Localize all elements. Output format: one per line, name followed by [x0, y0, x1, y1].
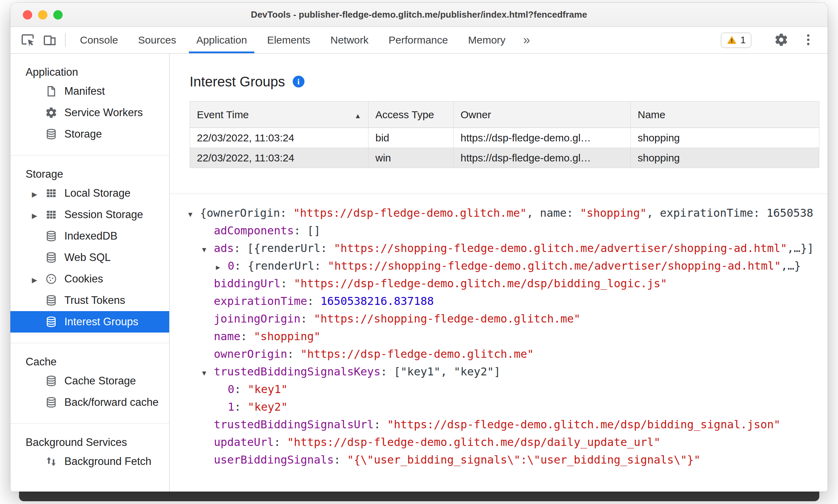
tab-network[interactable]: Network	[320, 27, 379, 53]
sidebar-section-background-services[interactable]: Background Services	[10, 434, 169, 451]
content-area: ApplicationManifestService WorkersStorag…	[10, 54, 828, 492]
device-toolbar-icon	[43, 32, 57, 48]
json-plain: :	[287, 347, 301, 361]
sidebar-item-label: Background Fetch	[64, 455, 152, 468]
tab-application[interactable]: Application	[186, 27, 257, 53]
gear-icon	[774, 32, 789, 48]
tab-console[interactable]: Console	[70, 27, 128, 53]
table-row[interactable]: 22/03/2022, 11:03:24bidhttps://dsp-fledg…	[190, 128, 819, 148]
sidebar-item-back-forward-cache[interactable]: Back/forward cache	[10, 392, 169, 413]
minimize-button[interactable]	[38, 10, 47, 19]
kebab-menu-icon	[801, 32, 816, 48]
manifest-icon	[44, 84, 58, 98]
more-tabs-button[interactable]: »	[516, 27, 538, 53]
sidebar-item-web-sql[interactable]: Web SQL	[10, 247, 169, 268]
json-string: "https://dsp-fledge-demo.glitch.me/dsp/b…	[294, 277, 667, 290]
database-icon	[44, 395, 58, 409]
json-string: "key1"	[248, 383, 288, 396]
gear-icon	[44, 106, 58, 120]
sidebar-section-cache[interactable]: Cache	[10, 354, 169, 370]
json-string: "https://shopping-fledge-demo.glitch.me/…	[334, 242, 787, 255]
json-string: "key2"	[248, 400, 288, 413]
issues-badge[interactable]: 1	[721, 32, 752, 48]
column-header-name[interactable]: Name	[631, 102, 819, 128]
table-row[interactable]: 22/03/2022, 11:03:24winhttps://dsp-fledg…	[190, 148, 819, 168]
sidebar-item-cache-storage[interactable]: Cache Storage	[10, 370, 169, 392]
sidebar-item-label: Web SQL	[64, 251, 111, 264]
settings-button[interactable]	[770, 32, 792, 48]
sidebar-item-label: Back/forward cache	[64, 396, 158, 409]
collapse-icon[interactable]	[202, 240, 214, 259]
column-header-access-type[interactable]: Access Type	[368, 102, 454, 128]
json-key: 0	[228, 259, 234, 272]
expand-icon[interactable]	[216, 257, 228, 276]
sidebar-item-label: Trust Tokens	[64, 294, 125, 307]
sidebar-item-label: IndexedDB	[64, 230, 117, 242]
info-icon[interactable]	[293, 76, 304, 87]
inspect-element-button[interactable]	[17, 27, 39, 53]
sidebar-item-interest-groups[interactable]: Interest Groups	[10, 311, 169, 333]
json-key: adComponents	[214, 224, 294, 237]
sidebar-item-trust-tokens[interactable]: Trust Tokens	[10, 290, 169, 311]
sidebar-item-session-storage[interactable]: Session Storage	[10, 204, 169, 225]
tree-line: expirationTime: 1650538216.837188	[188, 292, 828, 310]
json-key: expirationTime	[214, 295, 307, 308]
json-plain: :	[307, 295, 321, 308]
sidebar-item-manifest[interactable]: Manifest	[10, 81, 169, 102]
table-cell: 22/03/2022, 11:03:24	[190, 148, 368, 168]
database-icon	[44, 293, 58, 307]
sidebar-section-storage[interactable]: Storage	[10, 166, 169, 183]
device-toolbar-button[interactable]	[39, 27, 61, 53]
column-label: Event Time	[197, 109, 249, 120]
json-string: "https://dsp-fledge-demo.glitch.me/dsp/d…	[287, 436, 661, 449]
sidebar-item-indexeddb[interactable]: IndexedDB	[10, 225, 169, 247]
json-key: ads	[214, 242, 234, 255]
sidebar-item-local-storage[interactable]: Local Storage	[10, 183, 169, 204]
collapse-icon[interactable]	[188, 204, 200, 223]
json-tree: {ownerOrigin: "https://dsp-fledge-demo.g…	[170, 194, 828, 469]
sidebar-item-cookies[interactable]: Cookies	[10, 268, 169, 290]
column-label: Name	[638, 109, 665, 120]
sidebar-item-background-fetch[interactable]: Background Fetch	[10, 451, 169, 472]
tree-line: trustedBiddingSignalsUrl: "https://dsp-f…	[188, 416, 828, 433]
database-icon	[44, 374, 58, 388]
tree-line: joiningOrigin: "https://shopping-fledge-…	[188, 310, 828, 328]
sidebar-item-service-workers[interactable]: Service Workers	[10, 102, 169, 123]
json-string: "https://dsp-fledge-demo.glitch.me/dsp/b…	[387, 418, 781, 431]
expand-icon[interactable]	[32, 273, 44, 285]
database-icon	[44, 315, 58, 329]
json-plain: {ownerOrigin:	[200, 206, 293, 220]
sidebar-divider	[10, 343, 169, 343]
tab-sources[interactable]: Sources	[128, 27, 186, 53]
json-string: "https://dsp-fledge-demo.glitch.me"	[300, 347, 534, 361]
tab-elements[interactable]: Elements	[257, 27, 320, 53]
tree-line: updateUrl: "https://dsp-fledge-demo.glit…	[188, 433, 828, 451]
json-key: biddingUrl	[214, 277, 281, 290]
traffic-lights	[23, 10, 63, 19]
expand-icon[interactable]	[32, 208, 44, 221]
sidebar-section-application[interactable]: Application	[10, 64, 169, 81]
toolbar-right: 1	[721, 27, 819, 53]
expand-icon[interactable]	[32, 187, 44, 199]
json-string: "https://shopping-fledge-demo.glitch.me"	[314, 312, 581, 325]
sidebar-item-storage[interactable]: Storage	[10, 123, 169, 145]
collapse-icon[interactable]	[202, 363, 214, 382]
tab-memory[interactable]: Memory	[458, 27, 516, 53]
tab-performance[interactable]: Performance	[379, 27, 458, 53]
json-key: updateUrl	[214, 436, 274, 449]
sidebar-item-label: Storage	[64, 128, 102, 140]
tree-line: 0: {renderUrl: "https://shopping-fledge-…	[188, 257, 828, 275]
json-plain: :	[374, 418, 387, 431]
json-string: "https://shopping-fledge-demo.glitch.me/…	[328, 259, 781, 272]
json-plain: , name:	[527, 206, 580, 220]
zoom-button[interactable]	[53, 10, 63, 19]
column-header-event-time[interactable]: Event Time	[190, 102, 368, 128]
sidebar-item-label: Local Storage	[64, 187, 130, 199]
table-cell: https://dsp-fledge-demo.gl…	[454, 148, 631, 168]
database-icon	[44, 251, 58, 264]
main-toolbar: ConsoleSourcesApplicationElementsNetwork…	[10, 27, 828, 54]
column-header-owner[interactable]: Owner	[454, 102, 631, 128]
close-button[interactable]	[23, 10, 32, 19]
menu-button[interactable]	[797, 32, 819, 48]
panel-header: Interest Groups	[170, 54, 828, 91]
